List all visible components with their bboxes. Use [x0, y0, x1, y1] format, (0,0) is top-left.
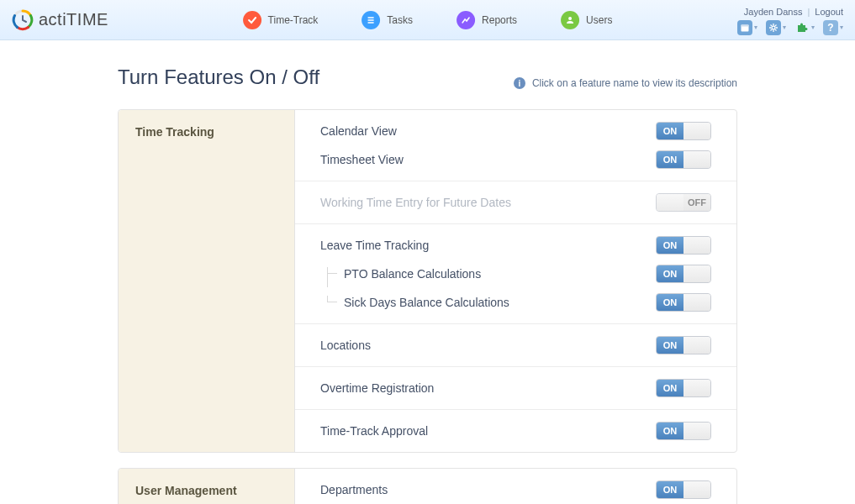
logo-icon — [12, 9, 34, 31]
settings-menu[interactable]: ▾ — [766, 20, 786, 35]
chevron-down-icon: ▾ — [754, 24, 757, 31]
main-nav: Time-Track Tasks Reports Users — [238, 0, 618, 39]
toggle-calendar-view[interactable]: ON OFF — [656, 122, 711, 140]
feature-overtime[interactable]: Overtime Registration — [320, 381, 656, 395]
svg-rect-3 — [742, 24, 749, 26]
nav-reports[interactable]: Reports — [451, 8, 522, 33]
calendar-icon — [737, 20, 752, 35]
gear-icon — [766, 20, 781, 35]
app-logo[interactable]: actiTIME — [12, 9, 108, 31]
nav-label: Tasks — [387, 14, 413, 26]
feature-timesheet-view[interactable]: Timesheet View — [320, 153, 656, 166]
feature-departments[interactable]: Departments — [320, 483, 656, 496]
panel-time-tracking: Time Tracking Calendar View ON OFF Times… — [118, 109, 737, 453]
toggle-pto-balance[interactable]: ON OFF — [656, 265, 711, 283]
page-title: Turn Features On / Off — [118, 66, 319, 89]
chart-icon — [457, 11, 475, 29]
feature-locations[interactable]: Locations — [320, 339, 656, 352]
panel-title: Time Tracking — [119, 110, 295, 452]
feature-approval[interactable]: Time-Track Approval — [320, 424, 656, 438]
app-header: actiTIME Time-Track Tasks Reports Users — [0, 0, 855, 40]
separator: | — [807, 7, 810, 17]
chevron-down-icon: ▾ — [840, 24, 843, 31]
feature-calendar-view[interactable]: Calendar View — [320, 124, 656, 138]
chevron-down-icon: ▾ — [783, 24, 786, 31]
logout-link[interactable]: Logout — [815, 7, 843, 17]
toggle-timesheet-view[interactable]: ON OFF — [656, 150, 711, 169]
feature-future-dates[interactable]: Working Time Entry for Future Dates — [320, 196, 656, 209]
toggle-leave-tracking[interactable]: ON OFF — [656, 236, 711, 255]
info-icon: i — [514, 77, 525, 89]
header-right: Jayden Danss | Logout ▾ ▾ ▾ — [737, 5, 843, 35]
nav-label: Users — [586, 14, 612, 26]
user-icon — [561, 11, 579, 29]
user-name-link[interactable]: Jayden Danss — [744, 7, 803, 17]
toggle-overtime[interactable]: ON OFF — [656, 379, 711, 397]
nav-label: Reports — [482, 14, 517, 26]
list-icon — [362, 11, 380, 29]
toggle-approval[interactable]: ON OFF — [656, 422, 711, 440]
toggle-locations[interactable]: ON OFF — [656, 336, 711, 354]
feature-sick-balance[interactable]: Sick Days Balance Calculations — [320, 296, 656, 309]
nav-tasks[interactable]: Tasks — [356, 8, 418, 33]
chevron-down-icon: ▾ — [811, 24, 815, 31]
svg-point-4 — [772, 26, 775, 29]
feature-leave-tracking[interactable]: Leave Time Tracking — [320, 239, 656, 252]
svg-point-1 — [568, 17, 572, 20]
page-hint: i Click on a feature name to view its de… — [514, 77, 737, 89]
help-menu[interactable]: ? ▾ — [823, 20, 843, 35]
feature-pto-balance[interactable]: PTO Balance Calculations — [320, 267, 656, 281]
nav-users[interactable]: Users — [556, 8, 617, 33]
calendar-menu[interactable]: ▾ — [737, 20, 757, 35]
panel-title: User Management — [119, 469, 295, 504]
help-icon: ? — [823, 20, 838, 35]
hint-text: Click on a feature name to view its desc… — [532, 77, 737, 89]
logo-text: actiTIME — [39, 10, 108, 29]
toggle-sick-balance[interactable]: ON OFF — [656, 293, 711, 312]
nav-time-track[interactable]: Time-Track — [238, 8, 324, 33]
nav-label: Time-Track — [268, 14, 319, 26]
panel-user-management: User Management Departments ON OFF Time … — [118, 468, 737, 504]
check-icon — [243, 11, 261, 29]
puzzle-icon — [794, 20, 810, 35]
integrations-menu[interactable]: ▾ — [794, 20, 815, 35]
toggle-departments[interactable]: ON OFF — [656, 480, 711, 499]
main-content: Turn Features On / Off i Click on a feat… — [0, 40, 855, 504]
toggle-future-dates[interactable]: ON OFF — [656, 193, 711, 212]
